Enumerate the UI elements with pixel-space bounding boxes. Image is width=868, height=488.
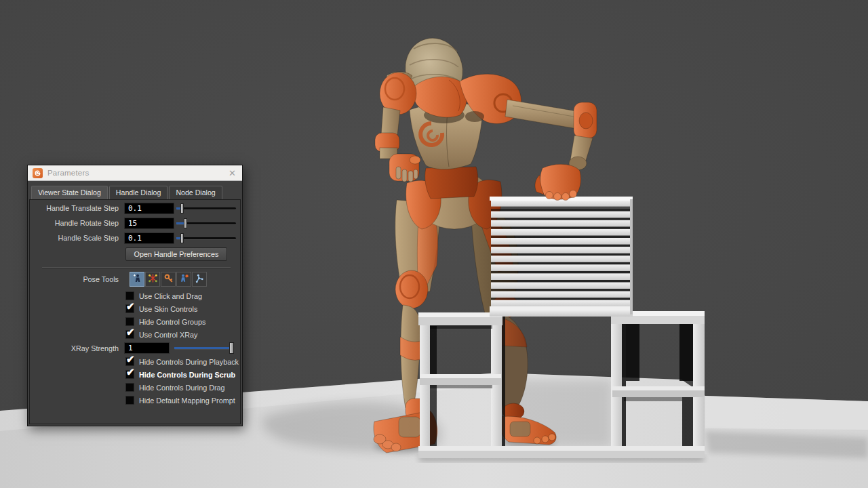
checkmark-icon: ✔	[126, 366, 135, 378]
checkbox-row-hide-controls-during-playback: ✔Hide Controls During Playback	[30, 355, 240, 368]
checkbox-row-hide-control-groups: Hide Control Groups	[30, 315, 240, 328]
param-label: Handle Translate Step	[30, 204, 124, 212]
param-row-handle-translate-step: Handle Translate Step0.1	[30, 201, 240, 216]
xray-strength-row: XRay Strength1	[30, 341, 240, 355]
checkbox-label: Hide Controls During Scrub	[134, 371, 235, 379]
value-slider[interactable]	[176, 218, 236, 229]
checkbox-row-hide-controls-during-drag: Hide Controls During Drag	[30, 381, 240, 394]
viewport-3d-scene[interactable]: Parameters ✕ Viewer State DialogHandle D…	[0, 0, 868, 488]
param-label: Handle Scale Step	[30, 234, 124, 242]
param-label: Handle Rotate Step	[30, 219, 124, 227]
hide-control-groups-checkbox[interactable]	[125, 317, 134, 326]
dialog-titlebar[interactable]: Parameters ✕	[28, 165, 242, 181]
checkmark-icon: ✔	[126, 326, 135, 338]
use-control-xray-checkbox[interactable]: ✔	[125, 330, 134, 339]
key-tool-icon	[163, 273, 174, 286]
checkmark-icon: ✔	[126, 353, 135, 365]
tab-viewer-state-dialog[interactable]: Viewer State Dialog	[31, 186, 108, 199]
character-pick-tool-button[interactable]	[176, 272, 191, 287]
checkbox-row-use-skin-controls: ✔Use Skin Controls	[30, 302, 240, 315]
checkbox-label: Use Control XRay	[134, 331, 197, 339]
use-click-and-drag-checkbox[interactable]	[125, 291, 134, 300]
checkbox-row-use-click-and-drag: Use Click and Drag	[30, 289, 240, 302]
dialog-title: Parameters	[47, 169, 222, 177]
ik-chain-tool-icon	[195, 273, 205, 286]
transform-jack-tool-button[interactable]	[145, 272, 160, 287]
xray-strength-label: XRay Strength	[30, 344, 124, 352]
open-handle-preferences-button[interactable]: Open Handle Preferences	[125, 247, 227, 261]
ik-chain-tool-button[interactable]	[192, 272, 207, 287]
xray-strength-field[interactable]: 1	[124, 342, 170, 354]
handle-rotate-step-field[interactable]: 15	[124, 218, 174, 229]
param-row-handle-rotate-step: Handle Rotate Step15	[30, 216, 240, 230]
checkmark-icon: ✔	[126, 300, 135, 312]
handle-translate-step-field[interactable]: 0.1	[124, 203, 174, 214]
separator	[42, 267, 231, 268]
pose-figure-tool-button[interactable]	[130, 272, 144, 287]
key-tool-button[interactable]	[161, 272, 176, 287]
houdini-logo-icon	[33, 168, 43, 178]
checkbox-label: Hide Control Groups	[134, 318, 205, 326]
pose-tools-label: Pose Tools	[30, 275, 124, 283]
use-skin-controls-checkbox[interactable]: ✔	[125, 304, 134, 313]
hide-default-mapping-prompt-checkbox[interactable]	[125, 396, 134, 405]
slider-track	[176, 207, 236, 209]
checkbox-label: Hide Controls During Playback	[134, 358, 239, 366]
checkbox-label: Hide Default Mapping Prompt	[134, 396, 235, 405]
dialog-tabs: Viewer State DialogHandle DialogNode Dia…	[28, 181, 242, 199]
slider-fill	[176, 222, 184, 224]
tab-node-dialog[interactable]: Node Dialog	[169, 186, 222, 199]
checkbox-label: Use Click and Drag	[134, 292, 202, 300]
checkbox-label: Hide Controls During Drag	[134, 384, 225, 392]
parameters-dialog: Parameters ✕ Viewer State DialogHandle D…	[27, 165, 243, 426]
value-slider[interactable]	[176, 203, 236, 214]
slider-fill	[174, 347, 233, 349]
checkbox-label: Use Skin Controls	[134, 305, 197, 313]
checkbox-row-use-control-xray: ✔Use Control XRay	[30, 328, 240, 341]
pose-tools-row: Pose Tools	[30, 269, 240, 289]
checkbox-row-hide-controls-during-scrub: ✔Hide Controls During Scrub	[30, 368, 240, 381]
param-row-handle-scale-step: Handle Scale Step0.1	[30, 230, 240, 245]
slider-handle[interactable]	[180, 233, 184, 243]
hide-controls-during-drag-checkbox[interactable]	[125, 383, 134, 392]
slider-handle[interactable]	[180, 203, 184, 214]
close-icon[interactable]: ✕	[227, 169, 237, 178]
slider-track	[176, 237, 236, 239]
slider-handle[interactable]	[184, 218, 187, 228]
tab-handle-dialog[interactable]: Handle Dialog	[109, 186, 168, 199]
character-pick-tool-icon	[179, 273, 189, 286]
slider-handle[interactable]	[229, 342, 234, 354]
hide-controls-during-scrub-checkbox[interactable]: ✔	[125, 370, 134, 379]
pose-tools-buttons	[130, 272, 208, 287]
hide-controls-during-playback-checkbox[interactable]: ✔	[125, 357, 134, 366]
value-slider[interactable]	[174, 342, 234, 354]
handle-scale-step-field[interactable]: 0.1	[124, 232, 174, 244]
dialog-panel: Handle Translate Step0.1Handle Rotate St…	[29, 199, 241, 424]
checkbox-row-hide-default-mapping-prompt: Hide Default Mapping Prompt	[30, 394, 240, 407]
value-slider[interactable]	[176, 232, 236, 244]
button-row: Open Handle Preferences	[30, 245, 240, 262]
transform-jack-tool-icon	[148, 273, 158, 286]
pose-figure-tool-icon	[132, 273, 142, 286]
